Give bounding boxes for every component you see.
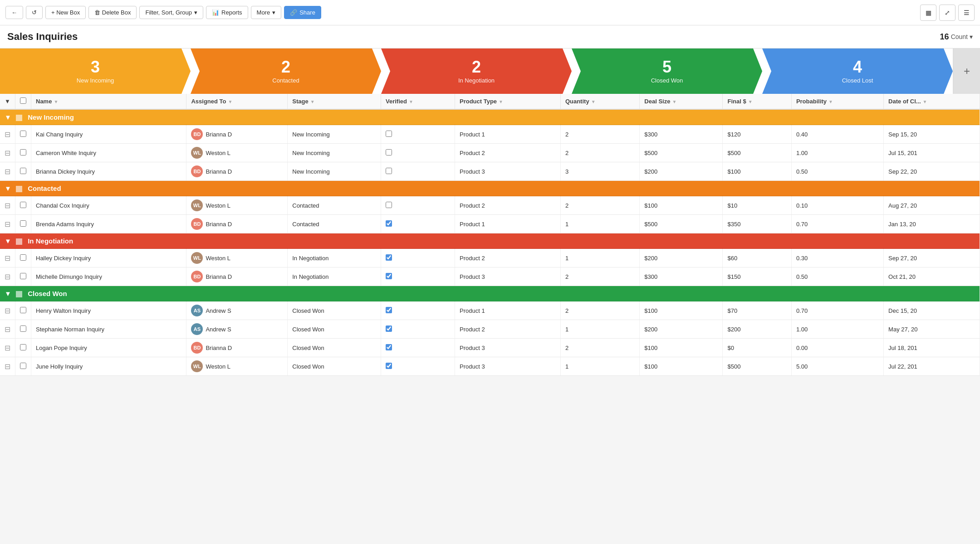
column-header-deal-size[interactable]: Deal Size▼ <box>640 94 723 109</box>
row-name[interactable]: Brianna Dickey Inquiry <box>31 162 186 181</box>
row-name[interactable]: Michelle Dimungo Inquiry <box>31 267 186 286</box>
verified-checkbox[interactable] <box>386 168 392 174</box>
refresh-button[interactable]: ↺ <box>26 6 43 19</box>
filter-sort-button[interactable]: Filter, Sort, Group ▾ <box>139 6 203 19</box>
back-button[interactable]: ← <box>5 6 23 19</box>
row-drag-handle[interactable]: ⊟ <box>0 144 15 162</box>
row-checkbox[interactable] <box>20 131 26 137</box>
select-all-header[interactable] <box>15 94 31 109</box>
row-select-cell[interactable] <box>15 267 31 286</box>
column-header-assigned-to[interactable]: Assigned To▼ <box>186 94 288 109</box>
stage-in-negotiation[interactable]: 2 In Negotiation <box>381 49 572 94</box>
verified-checkbox[interactable] <box>386 307 392 313</box>
grid-view-button[interactable]: ▦ <box>920 5 936 21</box>
row-checkbox[interactable] <box>20 325 26 332</box>
verified-checkbox[interactable] <box>386 254 392 261</box>
stage-closed-lost[interactable]: 4 Closed Lost <box>762 49 953 94</box>
col-filter-icon[interactable]: ▼ <box>54 99 58 104</box>
row-name[interactable]: Chandal Cox Inquiry <box>31 196 186 215</box>
row-checkbox[interactable] <box>20 168 26 174</box>
share-button[interactable]: 🔗 Share <box>284 6 321 19</box>
row-checkbox[interactable] <box>20 220 26 227</box>
row-select-cell[interactable] <box>15 357 31 376</box>
row-checkbox[interactable] <box>20 363 26 369</box>
col-filter-icon[interactable]: ▼ <box>923 99 927 104</box>
more-button[interactable]: More ▾ <box>251 6 282 19</box>
sort-header[interactable]: ▼ <box>0 94 15 109</box>
row-name[interactable]: Cameron White Inquiry <box>31 144 186 162</box>
columns-button[interactable]: ☰ <box>958 5 975 21</box>
row-verified[interactable] <box>381 339 455 357</box>
col-filter-icon[interactable]: ▼ <box>310 99 315 104</box>
row-select-cell[interactable] <box>15 125 31 144</box>
row-verified[interactable] <box>381 357 455 376</box>
col-filter-icon[interactable]: ▼ <box>228 99 232 104</box>
stage-closed-won[interactable]: 5 Closed Won <box>572 49 762 94</box>
row-verified[interactable] <box>381 144 455 162</box>
collapse-icon-new-incoming[interactable]: ▼ <box>5 113 11 121</box>
row-verified[interactable] <box>381 162 455 181</box>
expand-button[interactable]: ⤢ <box>939 5 956 21</box>
row-select-cell[interactable] <box>15 320 31 339</box>
row-checkbox[interactable] <box>20 273 26 279</box>
row-drag-handle[interactable]: ⊟ <box>0 339 15 357</box>
collapse-icon-closed-won[interactable]: ▼ <box>5 290 11 297</box>
verified-checkbox[interactable] <box>386 363 392 369</box>
verified-checkbox[interactable] <box>386 344 392 350</box>
collapse-icon-in-negotiation[interactable]: ▼ <box>5 237 11 245</box>
reports-button[interactable]: 📊 Reports <box>206 6 248 19</box>
row-verified[interactable] <box>381 196 455 215</box>
row-name[interactable]: Halley Dickey Inquiry <box>31 249 186 267</box>
row-verified[interactable] <box>381 267 455 286</box>
row-verified[interactable] <box>381 249 455 267</box>
row-name[interactable]: Stephanie Norman Inquiry <box>31 320 186 339</box>
row-drag-handle[interactable]: ⊟ <box>0 125 15 144</box>
row-verified[interactable] <box>381 215 455 233</box>
row-select-cell[interactable] <box>15 144 31 162</box>
row-select-cell[interactable] <box>15 339 31 357</box>
row-select-cell[interactable] <box>15 249 31 267</box>
column-header-probability[interactable]: Probability▼ <box>791 94 883 109</box>
row-drag-handle[interactable]: ⊟ <box>0 357 15 376</box>
verified-checkbox[interactable] <box>386 149 392 155</box>
collapse-icon-contacted[interactable]: ▼ <box>5 185 11 192</box>
column-header-stage[interactable]: Stage▼ <box>288 94 381 109</box>
col-filter-icon[interactable]: ▼ <box>499 99 503 104</box>
row-select-cell[interactable] <box>15 196 31 215</box>
row-checkbox[interactable] <box>20 254 26 261</box>
row-drag-handle[interactable]: ⊟ <box>0 215 15 233</box>
row-verified[interactable] <box>381 320 455 339</box>
row-checkbox[interactable] <box>20 202 26 208</box>
col-filter-icon[interactable]: ▼ <box>828 99 833 104</box>
col-filter-icon[interactable]: ▼ <box>409 99 413 104</box>
column-header-product-type[interactable]: Product Type▼ <box>455 94 560 109</box>
column-header-date-of-cl...[interactable]: Date of Cl...▼ <box>884 94 980 109</box>
row-name[interactable]: Brenda Adams Inquiry <box>31 215 186 233</box>
delete-box-button[interactable]: 🗑 Delete Box <box>88 6 137 19</box>
verified-checkbox[interactable] <box>386 202 392 208</box>
add-stage-button[interactable]: + <box>953 49 980 94</box>
select-all-checkbox[interactable] <box>20 97 26 104</box>
row-drag-handle[interactable]: ⊟ <box>0 320 15 339</box>
row-drag-handle[interactable]: ⊟ <box>0 196 15 215</box>
row-name[interactable]: Henry Walton Inquiry <box>31 301 186 320</box>
col-filter-icon[interactable]: ▼ <box>748 99 753 104</box>
verified-checkbox[interactable] <box>386 273 392 279</box>
stage-contacted[interactable]: 2 Contacted <box>191 49 381 94</box>
row-drag-handle[interactable]: ⊟ <box>0 162 15 181</box>
column-header-name[interactable]: Name▼ <box>31 94 186 109</box>
row-name[interactable]: June Holly Inquiry <box>31 357 186 376</box>
row-select-cell[interactable] <box>15 215 31 233</box>
stage-new-incoming[interactable]: 3 New Incoming <box>0 49 191 94</box>
row-drag-handle[interactable]: ⊟ <box>0 249 15 267</box>
column-header-final-$[interactable]: Final $▼ <box>723 94 791 109</box>
column-header-verified[interactable]: Verified▼ <box>381 94 455 109</box>
verified-checkbox[interactable] <box>386 131 392 137</box>
new-box-button[interactable]: + New Box <box>45 6 86 19</box>
row-select-cell[interactable] <box>15 162 31 181</box>
row-name[interactable]: Kai Chang Inquiry <box>31 125 186 144</box>
row-verified[interactable] <box>381 301 455 320</box>
row-checkbox[interactable] <box>20 344 26 350</box>
verified-checkbox[interactable] <box>386 220 392 227</box>
row-name[interactable]: Logan Pope Inquiry <box>31 339 186 357</box>
